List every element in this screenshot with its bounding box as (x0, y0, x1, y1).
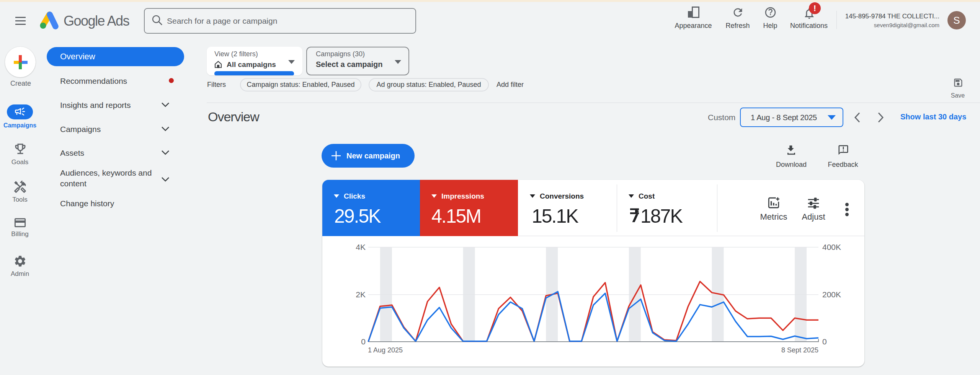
svg-text:2K: 2K (356, 290, 366, 299)
svg-text:0: 0 (361, 337, 366, 346)
svg-text:4K: 4K (356, 243, 366, 251)
svg-text:400K: 400K (822, 243, 841, 251)
svg-text:8 Sept 2025: 8 Sept 2025 (781, 346, 818, 354)
svg-text:200K: 200K (822, 290, 841, 299)
svg-text:1 Aug 2025: 1 Aug 2025 (368, 346, 403, 354)
svg-text:0: 0 (822, 337, 827, 346)
